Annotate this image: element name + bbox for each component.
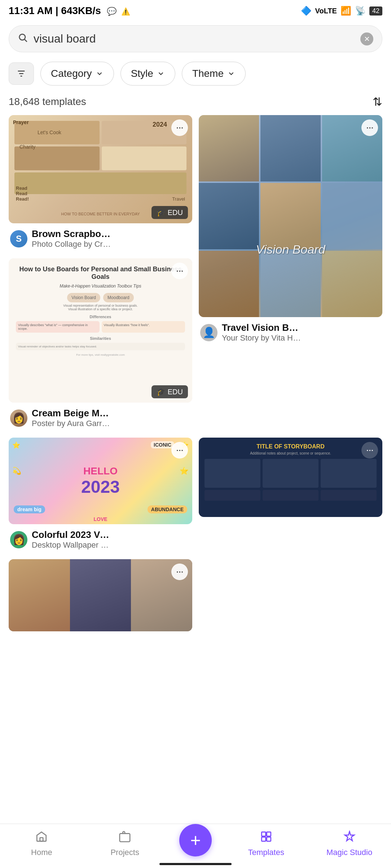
card-info-travel: 👤 Travel Vision Boar... Your Story by Vi… — [199, 317, 382, 346]
bars-icon: 📶 — [341, 6, 351, 16]
status-time-data: 11:31 AM | 643KB/s 💬 ⚠️ — [9, 5, 130, 17]
status-icons: 🔷 VoLTE 📶 📡 42 — [301, 6, 382, 16]
card-info-cream: 👩 Cream Beige Mini... Poster by Aura Gar… — [9, 403, 192, 431]
results-count: 18,648 templates — [9, 96, 86, 108]
card-storyboard[interactable]: TITLE OF STORYBOARD Additional notes abo… — [199, 438, 382, 553]
nav-home[interactable]: Home — [13, 830, 70, 857]
cc-content: HELLO 2023 — [81, 465, 120, 497]
filter-icon-button[interactable] — [9, 62, 34, 85]
status-bar: 11:31 AM | 643KB/s 💬 ⚠️ 🔷 VoLTE 📶 📡 42 — [0, 0, 391, 19]
cb-cell-1: Visually describes "what is" — comprehen… — [16, 321, 100, 333]
home-label: Home — [31, 848, 52, 857]
colorful-2023-preview: ⭐ ICONIC ⭐ HELLO 2023 dream big ABUNDANC… — [9, 438, 192, 524]
cc-hello-text: HELLO — [81, 465, 120, 477]
avatar-colorful: 👩 — [10, 531, 27, 548]
avatar-silhouette: 👤 — [203, 326, 215, 338]
card-colorful-2023[interactable]: ⭐ ICONIC ⭐ HELLO 2023 dream big ABUNDANC… — [9, 438, 192, 553]
svg-rect-7 — [262, 832, 265, 836]
status-data: | — [56, 5, 61, 16]
edu-badge-cream: 🎓 EDU — [151, 385, 188, 398]
magic-studio-icon — [343, 830, 356, 846]
avatar-cream: 👩 — [10, 409, 27, 427]
add-button[interactable]: + — [179, 824, 212, 856]
templates-label: Templates — [248, 848, 284, 857]
card-text-colorful: Colorful 2023 Visi... Desktop Wallpaper … — [32, 529, 111, 550]
category-filter-button[interactable]: Category — [40, 62, 114, 86]
search-input[interactable] — [34, 32, 355, 45]
svg-point-0 — [19, 34, 25, 40]
svg-rect-5 — [40, 838, 43, 841]
search-icon — [18, 32, 28, 45]
theme-label: Theme — [192, 68, 224, 79]
theme-filter-button[interactable]: Theme — [182, 62, 246, 86]
svg-line-1 — [25, 39, 27, 41]
status-speed: 643KB/s — [61, 5, 101, 16]
card-options-button-travel[interactable]: ⋯ — [361, 119, 378, 136]
sb-frames — [205, 459, 377, 488]
card-image-colorful: ⭐ ICONIC ⭐ HELLO 2023 dream big ABUNDANC… — [9, 438, 192, 524]
search-bar[interactable]: ✕ — [9, 25, 382, 52]
card-sub-brown-scrapbook: Photo Collage by Cra... — [32, 240, 111, 249]
card-image-storyboard: TITLE OF STORYBOARD Additional notes abo… — [199, 438, 382, 517]
nav-projects[interactable]: Projects — [96, 830, 154, 857]
card-image-travel: Vision Board ⋯ — [199, 115, 382, 317]
projects-icon — [119, 830, 131, 846]
avatar-brown-scrapbook: S — [10, 230, 27, 247]
card-title-brown-scrapbook: Brown Scrapbook... — [32, 228, 111, 240]
filter-row: Category Style Theme — [0, 58, 391, 92]
card-options-button[interactable]: ⋯ — [171, 119, 188, 136]
avatar-woman-icon-2: 👩 — [13, 534, 25, 545]
card-travel-vision-board[interactable]: Vision Board ⋯ 👤 Travel Vision Boar... Y… — [199, 115, 382, 431]
svg-rect-10 — [267, 837, 271, 841]
wifi-icon: 📡 — [355, 6, 366, 16]
cb-col2: Moodboard — [103, 293, 134, 302]
sb-title: TITLE OF STORYBOARD — [205, 443, 377, 450]
graduation-icon-cream: 🎓 — [157, 387, 166, 396]
sb-frame-2 — [263, 459, 318, 488]
category-label: Category — [51, 68, 92, 79]
card-options-button-storyboard[interactable]: ⋯ — [361, 442, 378, 459]
whatsapp-icon: 💬 — [107, 7, 117, 16]
cb-differences-title: Differences — [16, 315, 185, 319]
card-options-button-cream[interactable]: ⋯ — [171, 263, 188, 279]
cc-year-text: 2023 — [81, 477, 120, 497]
sb-caption-2 — [263, 490, 318, 501]
cb-similarities-title: Similarities — [16, 336, 185, 341]
search-container: ✕ — [0, 19, 391, 58]
home-icon — [35, 830, 48, 846]
card-title-cream: Cream Beige Mini... — [32, 408, 111, 419]
ic-photos — [9, 559, 192, 631]
sort-button[interactable]: ⇅ — [373, 95, 382, 109]
card-sub-cream: Poster by Aura Garrillo — [32, 419, 111, 428]
storyboard-preview: TITLE OF STORYBOARD Additional notes abo… — [199, 438, 382, 517]
card-image-brown-scrapbook: 2024 Prayer Let's Cook Charity ReadReadR… — [9, 115, 192, 223]
avatar-letter: S — [16, 234, 22, 244]
nav-magic-studio[interactable]: Magic Studio — [321, 830, 378, 857]
card-sub-colorful: Desktop Wallpaper b... — [32, 540, 111, 550]
cb-sub-title: Make-it-Happen Visualization Toolbox Tip… — [16, 284, 185, 289]
results-header: 18,648 templates ⇅ — [0, 92, 391, 115]
ic-photo-2 — [70, 559, 131, 631]
sb-captions — [205, 490, 377, 501]
card-title-colorful: Colorful 2023 Visi... — [32, 529, 111, 540]
card-title-travel: Travel Vision Boar... — [222, 322, 301, 333]
card-italy-collage[interactable]: ⋯ — [9, 559, 192, 631]
card-text-cream: Cream Beige Mini... Poster by Aura Garri… — [32, 408, 111, 428]
svg-rect-6 — [120, 834, 130, 842]
clear-search-button[interactable]: ✕ — [360, 32, 373, 45]
svg-rect-9 — [262, 837, 265, 841]
home-indicator — [159, 863, 232, 865]
edu-label: EDU — [168, 209, 183, 217]
card-options-button-italy[interactable]: ⋯ — [171, 564, 188, 580]
nav-templates[interactable]: Templates — [237, 830, 295, 857]
templates-icon — [260, 830, 272, 846]
results-grid: 2024 Prayer Let's Cook Charity ReadReadR… — [0, 115, 391, 631]
card-brown-scrapbook[interactable]: 2024 Prayer Let's Cook Charity ReadReadR… — [9, 115, 192, 252]
avatar-travel: 👤 — [200, 324, 218, 341]
edu-label-cream: EDU — [168, 388, 183, 396]
card-options-button-colorful[interactable]: ⋯ — [171, 442, 188, 459]
card-cream-beige[interactable]: How to Use Boards for Personal and Small… — [9, 258, 192, 431]
card-image-cream-beige: How to Use Boards for Personal and Small… — [9, 258, 192, 403]
style-filter-button[interactable]: Style — [120, 62, 175, 86]
card-text-brown-scrapbook: Brown Scrapbook... Photo Collage by Cra.… — [32, 228, 111, 249]
